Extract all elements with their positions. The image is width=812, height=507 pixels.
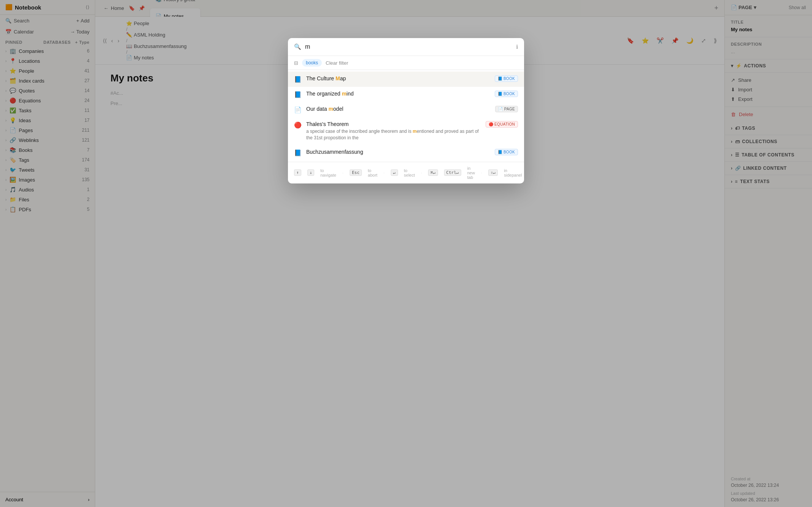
search-info-icon[interactable]: ℹ [516,44,518,50]
result-icon: 🔴 [294,121,302,129]
modal-search-icon: 🔍 [294,43,301,50]
highlight: M [336,75,340,81]
result-badge: 🔴 EQUATION [486,121,518,128]
search-modal: 🔍 ℹ ⊟ books Clear filter 📘 The Culture M… [288,38,524,183]
footer-key: ↑ [294,169,301,176]
result-title: Our data model [306,106,491,112]
highlight: m [342,91,346,97]
footer-sep: · [421,171,422,175]
result-title: The organized mind [306,91,490,97]
footer-key: ↓ [307,169,315,176]
result-title: Buchzusammenfassung [306,149,490,155]
result-title: The Culture Map [306,75,490,81]
result-content: The Culture Map [306,75,490,81]
footer-key-label: to select [404,168,415,177]
footer-key-label: in sidepanel [504,168,522,177]
result-content: Thales's Theorem a special case of the i… [306,121,481,141]
result-icon: 📘 [294,76,302,83]
result-badge: 📘 BOOK [495,75,518,82]
footer-key: Esc [350,169,362,176]
footer-sep: · [384,171,385,175]
footer-sep: · [481,171,482,175]
result-badge: 📘 BOOK [495,91,518,97]
search-footer: ↑ ↓ to navigate·Esc to abort·↵ to select… [288,162,524,183]
search-result-culture-map[interactable]: 📘 The Culture Map 📘 BOOK [288,72,524,87]
search-result-our-data-model[interactable]: 📄 Our data model 📄 PAGE [288,102,524,117]
search-result-organized-mind[interactable]: 📘 The organized mind 📘 BOOK [288,87,524,102]
footer-key: ⌘↵ [428,169,438,176]
result-content: The organized mind [306,91,490,97]
result-icon: 📄 [294,106,302,113]
result-desc: a special case of the inscribed angle th… [306,128,481,141]
search-filter-row: ⊟ books Clear filter [288,56,524,70]
footer-key: Ctrl↵ [444,169,461,176]
result-title: Thales's Theorem [306,121,481,127]
result-badge: 📘 BOOK [495,149,518,155]
result-content: Buchzusammenfassung [306,149,490,155]
footer-key: ↵ [391,169,398,176]
result-icon: 📘 [294,91,302,98]
search-input-row: 🔍 ℹ [288,38,524,56]
search-result-buchzusammenfassung[interactable]: 📘 Buchzusammenfassung 📘 BOOK [288,145,524,160]
footer-sep: · [342,171,344,175]
result-badge: 📄 PAGE [495,106,518,112]
result-icon: 📘 [294,149,302,156]
footer-key-label: to navigate [320,168,336,177]
result-content: Our data model [306,106,491,112]
search-input[interactable] [305,43,512,50]
search-modal-overlay[interactable]: 🔍 ℹ ⊟ books Clear filter 📘 The Culture M… [0,0,812,507]
search-results: 📘 The Culture Map 📘 BOOK 📘 The organized… [288,70,524,162]
filter-icon: ⊟ [294,60,298,66]
footer-key-label: to abort [368,168,377,177]
footer-key-label: in new tab [467,166,475,180]
footer-key: ⇧↵ [488,169,498,176]
clear-filter-btn[interactable]: Clear filter [326,60,348,66]
highlight: m [328,106,333,112]
filter-tag-books[interactable]: books [302,59,322,67]
search-result-thales-theorem[interactable]: 🔴 Thales's Theorem a special case of the… [288,117,524,145]
